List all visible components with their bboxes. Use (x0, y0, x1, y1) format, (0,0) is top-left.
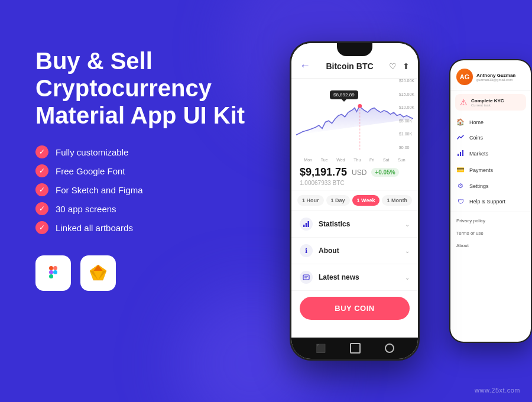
chart-tooltip: $8,892.89 (330, 90, 358, 99)
check-icon-4: ✓ (35, 202, 48, 215)
figma-icon (35, 255, 71, 291)
accordion-about[interactable]: ℹ About ⌄ (291, 238, 418, 264)
heart-icon[interactable]: ♡ (389, 61, 397, 71)
feature-item-4: ✓ 30 app screens (35, 202, 260, 215)
accordion-news[interactable]: Latest news ⌄ (291, 264, 418, 291)
help-label: Help & Support (469, 199, 505, 205)
settings-label: Settings (469, 183, 489, 189)
header-icons: ♡ ⬆ (389, 61, 410, 71)
feature-item-5: ✓ Linked all artboards (35, 221, 260, 234)
feature-item-3: ✓ For Sketch and Figma (35, 183, 260, 196)
menu-payments[interactable]: 💳 Payments (450, 162, 531, 178)
price-value: $9,191.75 (300, 166, 347, 179)
menu-markets[interactable]: Markets (450, 145, 531, 162)
nav-back-icon[interactable] (385, 343, 394, 353)
menu-home[interactable]: 🏠 Home (450, 114, 531, 130)
share-icon[interactable]: ⬆ (403, 61, 410, 71)
phone-bottom-bar: ⬛ (291, 338, 418, 359)
payments-icon: 💳 (456, 166, 465, 174)
statistics-chevron: ⌄ (405, 221, 410, 228)
check-icon-3: ✓ (35, 183, 48, 196)
buy-coin-button[interactable]: BUY COIN (300, 297, 410, 320)
news-icon (300, 271, 313, 284)
svg-rect-0 (49, 266, 53, 270)
kyc-warning-icon: ⚠ (460, 98, 468, 107)
user-email: guzman33@gmail.com (476, 78, 525, 82)
price-section: $9,191.75 USD +0.05% 1.00067933 BTC (291, 161, 418, 190)
svg-rect-22 (462, 150, 463, 156)
svg-rect-14 (303, 225, 305, 227)
watermark: www.25xt.com (475, 387, 520, 394)
about-link[interactable]: About (450, 239, 531, 252)
feature-list: ✓ Fully customizable ✓ Free Google Font … (35, 145, 260, 234)
feature-item-2: ✓ Free Google Font (35, 164, 260, 177)
home-icon: 🏠 (456, 118, 465, 126)
price-change: +0.05% (371, 168, 398, 177)
about-icon: ℹ (300, 244, 313, 257)
markets-label: Markets (469, 151, 488, 157)
kyc-subtitle: Current task (471, 103, 504, 107)
statistics-label: Statistics (319, 220, 405, 228)
svg-rect-2 (49, 270, 53, 274)
news-label: Latest news (319, 273, 405, 281)
phone-notch (337, 43, 372, 56)
about-label: About (319, 247, 405, 255)
settings-icon: ⚙ (456, 182, 465, 190)
chart-x-labels: Mon Tue Wed Thu Fri Sat Sun (296, 157, 413, 163)
user-info: Anthony Guzman guzman33@gmail.com (476, 73, 525, 82)
coins-icon (456, 134, 465, 141)
svg-rect-20 (458, 154, 459, 156)
back-button[interactable]: ← (300, 60, 310, 72)
payments-label: Payments (469, 167, 493, 173)
svg-rect-3 (49, 274, 53, 278)
about-chevron: ⌄ (405, 248, 410, 254)
main-title: Buy & SellCryptocurrencyMaterial App UI … (35, 47, 260, 129)
side-divider (450, 212, 531, 212)
menu-help[interactable]: 🛡 Help & Support (450, 194, 531, 209)
phone-side: AG Anthony Guzman guzman33@gmail.com ⚠ C… (449, 59, 532, 343)
tool-icons (35, 255, 260, 291)
svg-rect-15 (306, 223, 307, 227)
markets-icon (456, 150, 465, 158)
kyc-banner[interactable]: ⚠ Complete KYC Current task (455, 94, 526, 111)
kyc-text: Complete KYC Current task (471, 98, 504, 107)
user-name: Anthony Guzman (476, 73, 525, 78)
coins-label: Coins (469, 135, 483, 141)
phone-screen: ← Bitcoin BTC ♡ ⬆ $20.00K $15.00K $10.00… (291, 43, 418, 359)
news-chevron: ⌄ (405, 274, 410, 281)
privacy-policy-link[interactable]: Privacy policy (450, 215, 531, 227)
svg-rect-21 (460, 152, 461, 156)
nav-recent-icon[interactable]: ⬛ (316, 343, 326, 353)
coin-title: Bitcoin BTC (326, 61, 373, 71)
sketch-icon (80, 255, 116, 291)
menu-settings[interactable]: ⚙ Settings (450, 178, 531, 194)
nav-home-icon[interactable] (350, 343, 361, 354)
price-btc: 1.00067933 BTC (300, 180, 410, 186)
side-screen: AG Anthony Guzman guzman33@gmail.com ⚠ C… (450, 60, 531, 342)
statistics-icon (300, 218, 313, 231)
check-icon-5: ✓ (35, 221, 48, 234)
left-section: Buy & SellCryptocurrencyMaterial App UI … (35, 47, 260, 291)
help-icon: 🛡 (456, 198, 465, 205)
filter-1month[interactable]: 1 Month (382, 195, 412, 206)
price-currency: USD (352, 168, 366, 177)
side-header: AG Anthony Guzman guzman33@gmail.com (450, 60, 531, 90)
accordion-statistics[interactable]: Statistics ⌄ (291, 211, 418, 238)
time-filters[interactable]: 1 Hour 1 Day 1 Week 1 Month (291, 190, 418, 211)
home-label: Home (469, 119, 484, 125)
user-avatar: AG (456, 69, 473, 85)
filter-1hour[interactable]: 1 Hour (297, 195, 324, 206)
svg-rect-16 (308, 221, 310, 227)
filter-1week[interactable]: 1 Week (352, 195, 380, 206)
chart-area: $20.00K $15.00K $10.00K $5.00K $1.00K $0… (291, 79, 418, 161)
svg-point-4 (53, 270, 57, 274)
chart-y-labels: $20.00K $15.00K $10.00K $5.00K $1.00K $0… (399, 79, 414, 150)
menu-coins[interactable]: Coins (450, 130, 531, 145)
phone-main: ← Bitcoin BTC ♡ ⬆ $20.00K $15.00K $10.00… (290, 41, 420, 361)
check-icon-1: ✓ (35, 145, 48, 158)
price-row: $9,191.75 USD +0.05% (300, 166, 410, 179)
svg-rect-1 (53, 266, 57, 270)
feature-item-1: ✓ Fully customizable (35, 145, 260, 158)
terms-of-use-link[interactable]: Terms of use (450, 227, 531, 239)
filter-1day[interactable]: 1 Day (326, 195, 350, 206)
